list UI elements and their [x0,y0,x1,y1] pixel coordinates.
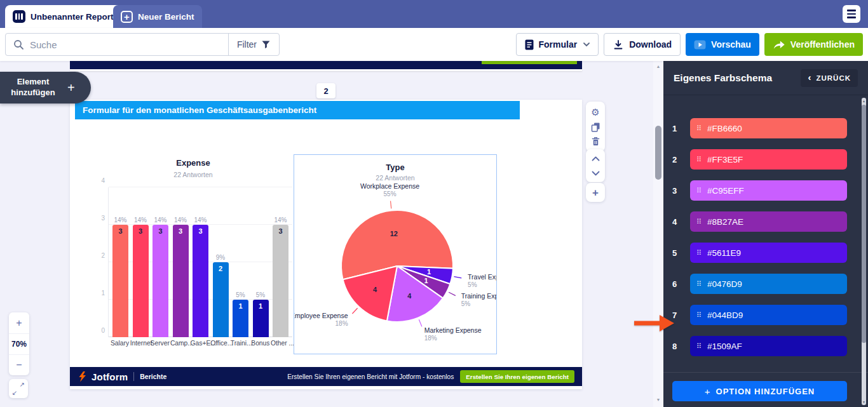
drag-handle-icon[interactable]: ⠿ [696,280,702,288]
drag-handle-icon[interactable]: ⠿ [696,156,702,164]
zoom-controls: + 70% − [9,312,29,375]
category-label: Bonus [250,340,270,347]
jotform-logo-icon [78,371,87,382]
canvas-scrollbar-thumb[interactable] [655,126,661,180]
hamburger-menu-button[interactable] [843,5,860,23]
drag-handle-icon[interactable]: ⠿ [696,311,702,319]
add-element-button[interactable]: Element hinzufügen + [0,72,91,103]
color-hex-value: #C95EFF [707,186,744,196]
color-swatch[interactable]: ⠿#1509AF [690,336,847,356]
bar: 1 [253,300,269,337]
panel-title: Eigenes Farbschema [674,72,801,84]
search-field[interactable] [6,39,228,50]
color-index: 8 [672,342,690,351]
color-swatch[interactable]: ⠿#FB6660 [690,118,847,138]
zoom-level[interactable]: 70% [9,333,29,354]
color-swatch[interactable]: ⠿#8B27AE [690,211,847,232]
preview-label: Vorschau [711,39,751,50]
bar: 3 [133,225,149,337]
drag-handle-icon[interactable]: ⠿ [696,124,702,133]
element-toolbar: ⚙ [586,102,605,152]
scroll-down-arrow[interactable]: ▼ [861,400,867,404]
drag-handle-icon[interactable]: ⠿ [696,249,702,257]
new-report-tab-label: Neuer Bericht [138,12,194,22]
move-up-chevron-icon[interactable] [586,151,605,166]
category-label: Other ... [271,340,290,347]
color-swatch[interactable]: ⠿#044BD9 [690,305,847,325]
move-down-chevron-icon[interactable] [586,166,605,180]
color-swatch[interactable]: ⠿#5611E9 [690,243,847,263]
form-dropdown-label: Formular [539,39,578,50]
add-below-toolbar: + [586,183,605,202]
scroll-down-arrow[interactable]: ▼ [653,397,663,402]
pie-slice-percent: 18% [424,335,437,342]
download-button[interactable]: Download [604,33,681,56]
footer-promo-text: Erstellen Sie Ihren eigenen Bericht mit … [287,373,454,380]
bar: 3 [153,225,168,337]
form-dropdown[interactable]: Formular [516,33,599,56]
add-option-button[interactable]: + OPTION HINZUFÜGEN [672,381,847,401]
play-icon [694,40,706,50]
color-swatch[interactable]: ⠿#0476D9 [690,274,847,294]
scroll-up-arrow[interactable]: ▲ [861,99,867,103]
category-label: Gas+E... [191,340,210,347]
footer-cta-button[interactable]: Erstellen Sie Ihren eigenen Bericht [460,370,574,383]
bar-chart-title: Expense [94,158,292,168]
tab-new-report[interactable]: + Neuer Bericht [113,5,202,28]
fullscreen-button[interactable]: ↗ ↙ [9,379,28,398]
category-label: Camp... [170,340,190,347]
bar-chart-plot: 0123414%314%314%314%314%39%25%15%114%3 [108,187,292,337]
bar-value-label: 1 [238,302,242,310]
pie-chart-element-selected[interactable]: Type 22 Antworten 12Workplace Expense55%… [294,154,497,354]
y-axis-tick-label: 2 [93,252,105,259]
top-bar: Unbenannter Report ⋮ + Neuer Bericht [0,0,868,28]
report-icon [13,10,25,23]
bar-percent-label: 14% [174,217,187,224]
search-input[interactable] [30,39,208,50]
zoom-in-button[interactable]: + [9,312,29,333]
color-scheme-panel: Eigenes Farbschema ‹ ZURÜCK 1⠿#FB66602⠿#… [663,61,868,407]
color-swatch[interactable]: ⠿#C95EFF [690,180,847,201]
category-label: Office... [210,340,230,347]
add-element-plus-icon[interactable]: + [586,185,605,200]
duplicate-icon[interactable] [586,119,605,134]
zoom-out-button[interactable]: − [9,354,29,375]
category-axis: SalaryInternetServerCamp...Gas+E...Offic… [108,340,292,347]
pie-chart: 12Workplace Expense55%1Travel Expense5%1… [294,155,497,354]
back-button[interactable]: ‹ ZURÜCK [801,69,858,87]
drag-handle-icon[interactable]: ⠿ [696,218,702,226]
filter-label: Filter [237,39,257,50]
bar-percent-label: 14% [134,217,147,224]
bar-column: 5%1 [251,187,271,337]
scroll-up-arrow[interactable]: ▲ [653,64,663,69]
y-axis-tick-label: 1 [93,290,105,297]
color-row: 6⠿#0476D9 [672,274,847,294]
bar-column: 14%3 [271,187,290,337]
drag-handle-icon[interactable]: ⠿ [696,187,702,195]
pie-value-label: 4 [373,286,377,293]
report-tab-label: Unbenannter Report [31,12,114,22]
filter-button[interactable]: Filter [228,34,279,55]
previous-page-footer [70,61,582,69]
settings-gear-icon[interactable]: ⚙ [586,105,605,119]
publish-button[interactable]: Veröffentlichen [764,33,863,56]
page-header-element[interactable]: Formular für den monatlichen Geschäftsau… [75,101,520,119]
bars-row: 14%314%314%314%314%39%25%15%114%3 [109,187,292,337]
download-icon [613,39,624,50]
previous-page-cta-fragment [482,61,577,64]
bar-percent-label: 14% [194,217,207,224]
y-axis-tick-label: 3 [93,215,105,222]
page-number-badge: 2 [316,83,336,98]
bar-value-label: 3 [118,227,122,235]
panel-scrollbar-thumb[interactable] [862,105,866,343]
trash-icon[interactable] [586,134,605,149]
color-swatch[interactable]: ⠿#FF3E5F [690,149,847,170]
share-arrow-icon [773,39,785,50]
publish-label: Veröffentlichen [790,39,855,50]
preview-button[interactable]: Vorschau [686,33,759,56]
pie-value-label: 12 [390,230,398,237]
expand-arrow-icon: ↙ [12,389,17,396]
drag-handle-icon[interactable]: ⠿ [696,342,702,350]
bar-chart-element[interactable]: Expense22 Antworten0123414%314%314%314%3… [94,158,292,352]
pie-slice-percent: 5% [468,281,477,288]
